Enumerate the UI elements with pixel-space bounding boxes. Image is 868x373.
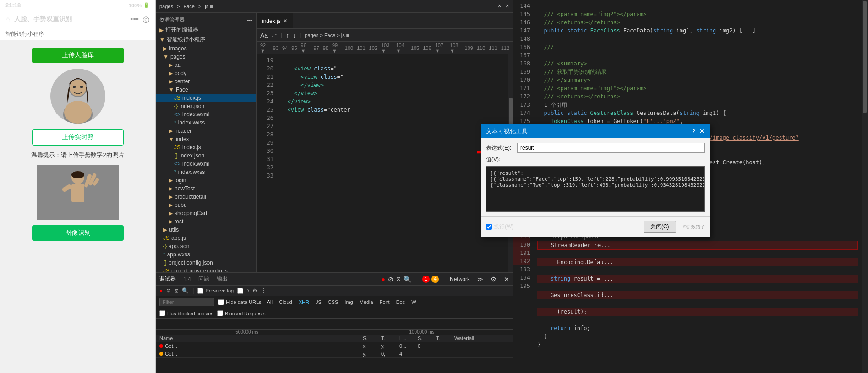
preserve-log-check[interactable]: Preserve log bbox=[197, 288, 234, 294]
file-tree-header: 资源管理器 ••• bbox=[156, 15, 256, 25]
dots-icon[interactable]: ⋮ bbox=[261, 287, 267, 294]
tree-images[interactable]: ▶ images bbox=[156, 44, 256, 53]
dialog-question-mark[interactable]: ? bbox=[692, 128, 695, 135]
close-icon[interactable]: ✕ bbox=[497, 3, 502, 9]
filter-all[interactable]: All bbox=[265, 299, 274, 305]
tree-appjs[interactable]: JS app.js bbox=[156, 234, 256, 242]
tree-index-indexwxml[interactable]: <> index.wxml bbox=[156, 160, 256, 168]
tree-test[interactable]: ▶ test bbox=[156, 217, 256, 226]
upload-realtime-btn[interactable]: 上传实时照 bbox=[32, 129, 124, 146]
tree-face[interactable]: ▼ Face bbox=[156, 86, 256, 94]
tree-index-indexjs[interactable]: JS index.js bbox=[156, 143, 256, 151]
filter-css[interactable]: CSS bbox=[326, 299, 340, 305]
filter-w[interactable]: W bbox=[409, 299, 418, 305]
tab-output[interactable]: 输出 bbox=[217, 273, 228, 285]
tree-aa[interactable]: ▶ aa bbox=[156, 61, 256, 69]
filter-input[interactable] bbox=[159, 298, 214, 306]
record-icon[interactable]: ● bbox=[382, 276, 385, 283]
tree-pages[interactable]: ▼ pages bbox=[156, 53, 256, 61]
wxml-file-icon: <> bbox=[174, 111, 180, 118]
app-header: ⌂ 人脸、手势双重识别 ••• ◎ bbox=[0, 11, 155, 28]
stop-icon[interactable]: ⊘ bbox=[388, 276, 393, 283]
blocked-cookies-check[interactable]: Has blocked cookies bbox=[159, 310, 213, 316]
close-panel-icon[interactable]: ✕ bbox=[504, 276, 509, 283]
filter-xhr[interactable]: XHR bbox=[297, 299, 311, 305]
row2-name: Get... bbox=[159, 351, 363, 357]
filter-doc[interactable]: Doc bbox=[394, 299, 407, 305]
up-icon[interactable]: ↑ bbox=[286, 32, 289, 39]
clear-icon[interactable]: ⊘ bbox=[166, 287, 171, 294]
tree-productdetail[interactable]: ▶ productdetail bbox=[156, 193, 256, 201]
recognize-btn[interactable]: 图像识别 bbox=[32, 225, 124, 241]
expand-icon[interactable]: ≫ bbox=[477, 276, 483, 282]
filter-media[interactable]: Media bbox=[358, 299, 375, 305]
more-options-icon[interactable]: ••• bbox=[247, 17, 252, 23]
record-dot[interactable]: ● bbox=[159, 287, 163, 294]
col-t2: T. bbox=[436, 335, 454, 341]
tree-center[interactable]: ▶ center bbox=[156, 77, 256, 86]
word-wrap-check[interactable]: 换行(W) bbox=[486, 223, 513, 231]
tree-index-folder[interactable]: ▼ index bbox=[156, 135, 256, 143]
blocked-requests-check[interactable]: Blocked Requests bbox=[217, 310, 266, 316]
down-icon[interactable]: ↓ bbox=[293, 32, 296, 39]
tree-projectconfig[interactable]: {} project.config.json bbox=[156, 259, 256, 267]
debug-controls: ● ⊘ ⧖ 🔍 bbox=[382, 275, 411, 283]
tree-open-editors[interactable]: ▶ 打开的编辑器 bbox=[156, 25, 256, 35]
tree-appjson[interactable]: {} app.json bbox=[156, 242, 256, 250]
gesture-image bbox=[37, 165, 119, 220]
tree-face-indexwxml[interactable]: <> index.wxml bbox=[156, 110, 256, 119]
breadcrumb-pages: pages bbox=[159, 4, 173, 9]
more-settings-icon[interactable]: ⚙ bbox=[252, 287, 257, 294]
tree-newtest[interactable]: ▶ newTest bbox=[156, 184, 256, 193]
svg-rect-9 bbox=[71, 184, 84, 202]
folder-icon: ▶ bbox=[169, 218, 173, 225]
json-file-icon2: {} bbox=[174, 152, 178, 159]
right-scrollbar[interactable] bbox=[862, 0, 868, 373]
format-icon[interactable]: Aa bbox=[260, 32, 268, 39]
tree-header[interactable]: ▶ header bbox=[156, 127, 256, 135]
tree-pubu[interactable]: ▶ pubu bbox=[156, 201, 256, 209]
word-wrap-icon[interactable]: ⇌ bbox=[272, 32, 277, 39]
filter-icon[interactable]: ⧖ bbox=[396, 275, 401, 283]
network-row-2[interactable]: Get... y, 0, 4 bbox=[156, 350, 513, 358]
filter-btn[interactable]: ⧖ bbox=[175, 287, 178, 294]
tree-project-root[interactable]: ▼ 智能银行小程序 bbox=[156, 35, 256, 44]
close-icon2[interactable]: ✕ bbox=[505, 3, 509, 9]
search-icon[interactable]: 🔍 bbox=[404, 276, 411, 283]
filter-img[interactable]: Img bbox=[343, 299, 355, 305]
filter-cloud[interactable]: Cloud bbox=[277, 299, 294, 305]
tree-index-indexwxss[interactable]: * index.wxss bbox=[156, 168, 256, 176]
tab-problems[interactable]: 问题 bbox=[198, 273, 209, 285]
tree-face-indexjs[interactable]: JS index.js bbox=[156, 94, 256, 102]
dialog-close-btn[interactable]: ✕ bbox=[699, 127, 705, 135]
folder-icon: ▼ bbox=[159, 37, 165, 43]
code-area: 19 20 21 22 23 24 25 26 27 28 29 30 31 3… bbox=[257, 54, 513, 272]
tab-close[interactable]: ✕ bbox=[284, 18, 287, 23]
tab-debugger[interactable]: 调试器 bbox=[159, 273, 176, 285]
settings-icon[interactable]: ⚙ bbox=[491, 276, 497, 283]
tree-utils[interactable]: ▶ utils bbox=[156, 226, 256, 234]
filter-js[interactable]: JS bbox=[314, 299, 323, 305]
filter-font[interactable]: Font bbox=[378, 299, 392, 305]
tree-appwxss[interactable]: * app.wxss bbox=[156, 250, 256, 259]
more-icon[interactable]: ••• bbox=[130, 15, 139, 24]
network-row-1[interactable]: Get... x, y, 0... 0 bbox=[156, 342, 513, 350]
tree-projectprivate[interactable]: JS project.private.config.js... bbox=[156, 267, 256, 272]
time-display: 21:18 bbox=[5, 2, 21, 9]
code-content[interactable]: <view class=" <view class=" </view> </vi… bbox=[277, 54, 508, 272]
tree-shoppingcart[interactable]: ▶ shoppingCart bbox=[156, 209, 256, 217]
dialog-footer: 换行(W) 关闭(C) ©拼致猫子 bbox=[481, 216, 710, 237]
network-label[interactable]: Network bbox=[450, 276, 470, 282]
search-icon2[interactable]: 🔍 bbox=[182, 287, 189, 294]
hide-data-urls[interactable]: Hide data URLs bbox=[218, 299, 262, 305]
tree-index-indexjson[interactable]: {} index.json bbox=[156, 151, 256, 160]
tree-body[interactable]: ▶ body bbox=[156, 69, 256, 77]
tree-face-indexjson[interactable]: {} index.json bbox=[156, 102, 256, 110]
expression-input[interactable] bbox=[517, 143, 705, 153]
upload-face-btn[interactable]: 上传人脸库 bbox=[32, 48, 124, 63]
tree-face-indexwxss[interactable]: * index.wxss bbox=[156, 119, 256, 127]
tree-login[interactable]: ▶ login bbox=[156, 176, 256, 184]
tab-indexjs[interactable]: index.js ✕ bbox=[257, 13, 293, 28]
close-btn[interactable]: 关闭(C) bbox=[644, 221, 676, 233]
disable-cache-check[interactable]: D bbox=[237, 288, 249, 294]
